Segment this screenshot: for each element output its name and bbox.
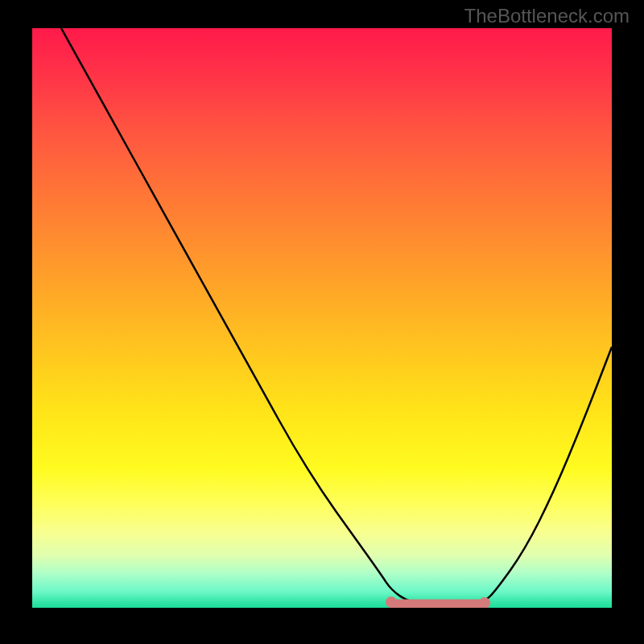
watermark-text: TheBottleneck.com (464, 5, 630, 27)
optimal-marker (386, 597, 397, 608)
optimal-marker (479, 597, 490, 608)
bottleneck-curve (32, 28, 612, 608)
plot-area (32, 28, 612, 608)
optimal-range-bar (391, 600, 484, 608)
